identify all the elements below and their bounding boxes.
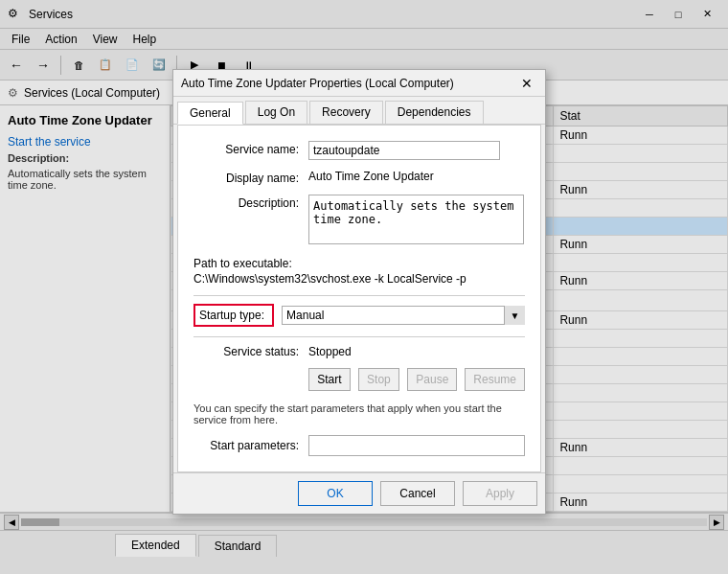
service-name-label: Service name:: [193, 141, 308, 156]
path-value: C:\Windows\system32\svchost.exe -k Local…: [193, 272, 525, 286]
ok-button[interactable]: OK: [298, 481, 373, 506]
dialog-title: Auto Time Zone Updater Properties (Local…: [181, 77, 516, 90]
service-control-buttons: Start Stop Pause Resume: [193, 368, 525, 391]
path-label: Path to executable:: [193, 257, 525, 270]
dialog-tab-recovery[interactable]: Recovery: [309, 101, 383, 124]
stop-button[interactable]: Stop: [358, 368, 400, 391]
cancel-button[interactable]: Cancel: [380, 481, 455, 506]
dialog-tab-dependencies[interactable]: Dependencies: [385, 101, 484, 124]
service-status-label: Service status:: [193, 345, 308, 358]
startup-select-wrapper: Automatic Automatic (Delayed Start) Manu…: [282, 306, 525, 325]
description-row: Description:: [193, 195, 525, 247]
dialog-title-bar: Auto Time Zone Updater Properties (Local…: [173, 70, 545, 97]
pause-button[interactable]: Pause: [407, 368, 457, 391]
display-name-label: Display name:: [193, 170, 308, 185]
dialog-tab-general[interactable]: General: [177, 102, 243, 125]
hint-text: You can specify the start parameters tha…: [193, 402, 525, 425]
dialog-tab-logon[interactable]: Log On: [245, 101, 307, 124]
dialog-tabs: General Log On Recovery Dependencies: [173, 97, 545, 125]
divider-1: [193, 295, 525, 296]
startup-type-row: Startup type: Automatic Automatic (Delay…: [193, 304, 525, 327]
start-params-row: Start parameters:: [193, 435, 525, 456]
start-button[interactable]: Start: [308, 368, 351, 391]
start-params-input[interactable]: [308, 435, 525, 456]
service-name-input[interactable]: [308, 141, 500, 160]
start-params-label: Start parameters:: [193, 439, 308, 452]
path-section: Path to executable: C:\Windows\system32\…: [193, 257, 525, 286]
service-name-row: Service name:: [193, 141, 525, 160]
display-name-row: Display name: Auto Time Zone Updater: [193, 170, 525, 185]
startup-type-label: Startup type:: [193, 304, 274, 327]
description-label: Description:: [193, 195, 308, 210]
dialog-general-tab: Service name: Display name: Auto Time Zo…: [177, 125, 541, 472]
service-name-value: [308, 141, 525, 160]
dialog-footer: OK Cancel Apply: [173, 472, 545, 514]
display-name-value: Auto Time Zone Updater: [308, 170, 525, 183]
description-textarea[interactable]: [308, 195, 524, 244]
apply-button[interactable]: Apply: [463, 481, 537, 506]
properties-dialog: Auto Time Zone Updater Properties (Local…: [172, 69, 546, 515]
dialog-close-button[interactable]: ✕: [516, 74, 537, 93]
description-area: [308, 195, 525, 247]
startup-type-select[interactable]: Automatic Automatic (Delayed Start) Manu…: [282, 306, 525, 325]
service-status-row: Service status: Stopped: [193, 345, 525, 358]
resume-button[interactable]: Resume: [465, 368, 525, 391]
divider-2: [193, 336, 525, 337]
service-status-value: Stopped: [308, 345, 352, 358]
